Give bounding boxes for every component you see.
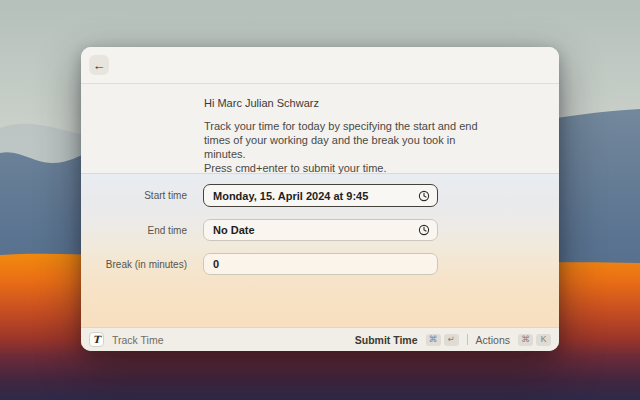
footer-actions: Submit Time ⌘ ↵ Actions ⌘ K bbox=[355, 334, 551, 346]
window-footer: T Track Time Submit Time ⌘ ↵ Actions ⌘ K bbox=[81, 327, 559, 351]
start-time-label: Start time bbox=[81, 190, 187, 201]
break-row: Break (in minutes) 0 bbox=[81, 253, 559, 275]
clock-icon bbox=[418, 224, 430, 236]
footer-divider bbox=[467, 334, 468, 345]
submit-time-label: Submit Time bbox=[355, 334, 418, 346]
back-arrow-icon: ← bbox=[93, 59, 106, 72]
cmd-key-icon: ⌘ bbox=[426, 334, 441, 346]
actions-button[interactable]: Actions ⌘ K bbox=[476, 334, 551, 346]
description-line: minutes. bbox=[204, 147, 529, 161]
actions-label: Actions bbox=[476, 334, 510, 346]
break-value: 0 bbox=[213, 258, 430, 270]
end-time-row: End time No Date bbox=[81, 219, 559, 241]
end-time-label: End time bbox=[81, 225, 187, 236]
extension-name: Track Time bbox=[112, 334, 164, 346]
extension-icon-glyph: T bbox=[93, 334, 100, 345]
time-form: Start time Monday, 15. April 2024 at 9:4… bbox=[81, 174, 559, 327]
description-section: Hi Marc Julian Schwarz Track your time f… bbox=[81, 84, 559, 174]
start-time-value: Monday, 15. April 2024 at 9:45 bbox=[213, 190, 418, 202]
window-header: ← bbox=[81, 47, 559, 84]
description-line: Track your time for today by specifying … bbox=[204, 119, 529, 133]
raycast-window: ← Hi Marc Julian Schwarz Track your time… bbox=[81, 47, 559, 351]
k-key-icon: K bbox=[536, 334, 551, 346]
end-time-value: No Date bbox=[213, 224, 418, 236]
submit-time-button[interactable]: Submit Time ⌘ ↵ bbox=[355, 334, 459, 346]
description-line: Press cmd+enter to submit your time. bbox=[204, 161, 529, 175]
track-time-extension-icon: T bbox=[89, 332, 104, 347]
greeting-text: Hi Marc Julian Schwarz bbox=[204, 97, 529, 110]
back-button[interactable]: ← bbox=[89, 55, 109, 75]
return-key-icon: ↵ bbox=[444, 334, 459, 346]
start-time-field[interactable]: Monday, 15. April 2024 at 9:45 bbox=[203, 184, 438, 207]
description-line: times of your working day and the break … bbox=[204, 133, 529, 147]
break-field[interactable]: 0 bbox=[203, 253, 438, 275]
start-time-row: Start time Monday, 15. April 2024 at 9:4… bbox=[81, 184, 559, 207]
end-time-field[interactable]: No Date bbox=[203, 219, 438, 241]
cmd-key-icon: ⌘ bbox=[518, 334, 533, 346]
clock-icon bbox=[418, 190, 430, 202]
break-label: Break (in minutes) bbox=[81, 259, 187, 270]
